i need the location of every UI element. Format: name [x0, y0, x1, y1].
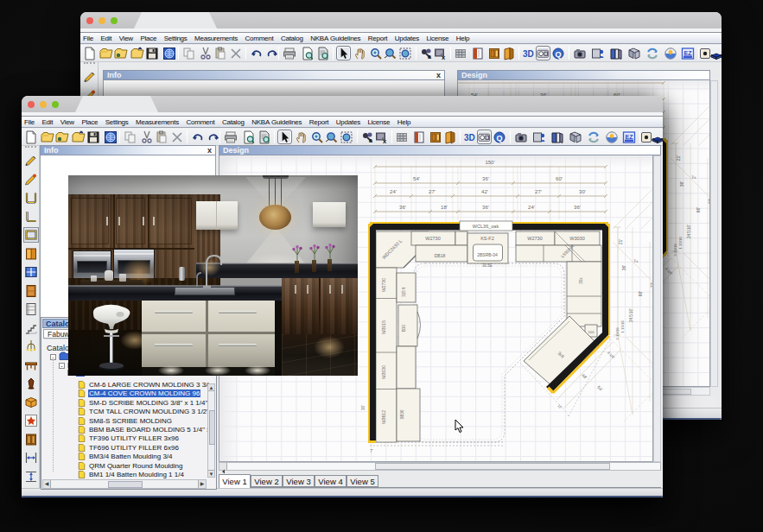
svg-text:DB18: DB18: [435, 253, 446, 258]
svg-text:3D: 3D: [464, 133, 475, 142]
svg-text:30.5E: 30.5E: [482, 263, 493, 268]
svg-text:11': 11': [556, 403, 563, 410]
svg-text:2BSRB-04: 2BSRB-04: [477, 252, 498, 257]
svg-text:KS-F2: KS-F2: [480, 236, 494, 241]
svg-text:18': 18': [441, 205, 448, 210]
svg-text:Q: Q: [555, 49, 561, 58]
svg-text:36': 36': [399, 205, 406, 210]
svg-text:27': 27': [535, 189, 542, 194]
svg-text:x: x: [383, 136, 387, 144]
svg-text:60': 60': [556, 176, 563, 181]
svg-text:W3030: W3030: [569, 236, 584, 241]
svg-text:24': 24': [528, 205, 535, 210]
svg-text:150': 150': [485, 160, 494, 165]
svg-text:W3030: W3030: [381, 365, 386, 379]
svg-text:21': 21': [676, 155, 681, 162]
svg-text:3D: 3D: [523, 49, 534, 59]
svg-text:30': 30': [579, 189, 586, 194]
svg-text:B30: B30: [402, 325, 406, 332]
svg-text:W3612: W3612: [381, 410, 386, 424]
svg-text:W3015: W3015: [381, 320, 386, 334]
svg-text:1 15/16': 1 15/16': [678, 236, 683, 249]
svg-text:24 5/16': 24 5/16': [629, 308, 633, 322]
svg-text:Q: Q: [496, 133, 502, 142]
svg-text:21': 21': [618, 239, 623, 245]
svg-text:2': 2': [691, 175, 696, 179]
svg-text:W2730: W2730: [381, 278, 386, 292]
svg-text:9 15/16': 9 15/16': [615, 326, 620, 339]
svg-text:42': 42': [481, 189, 488, 194]
svg-text:WCL36_oak: WCL36_oak: [473, 224, 499, 229]
svg-text:24': 24': [390, 189, 397, 194]
svg-text:150': 150': [543, 80, 552, 81]
svg-text:2': 2': [633, 259, 639, 263]
svg-text:54': 54': [596, 384, 604, 392]
svg-text:SB36: SB36: [400, 409, 404, 420]
svg-text:315 ft: 315 ft: [402, 287, 406, 297]
svg-text:54': 54': [413, 176, 420, 181]
svg-text:EZ: EZ: [625, 133, 633, 139]
svg-text:36': 36': [574, 205, 581, 210]
svg-text:30x: 30x: [579, 277, 583, 284]
svg-text:1 15/16': 1 15/16': [620, 320, 625, 332]
svg-text:36': 36': [482, 205, 489, 210]
svg-text:36': 36': [482, 176, 489, 181]
svg-text:24 5/16': 24 5/16': [687, 225, 691, 238]
svg-text:36': 36': [361, 405, 366, 410]
svg-text:66': 66': [696, 207, 701, 213]
svg-text:W2730: W2730: [425, 236, 440, 241]
svg-text:9 15/16': 9 15/16': [673, 243, 677, 256]
svg-text:7': 7': [370, 449, 373, 453]
svg-text:36': 36': [679, 181, 684, 187]
svg-text:66': 66': [638, 291, 643, 297]
svg-text:a: a: [428, 54, 431, 60]
svg-text:W2730: W2730: [527, 236, 542, 241]
svg-text:36': 36': [621, 265, 626, 271]
svg-text:x: x: [442, 53, 446, 60]
svg-text:a: a: [369, 137, 372, 143]
svg-text:27': 27': [429, 189, 436, 194]
svg-text:100: 100: [588, 330, 595, 334]
svg-text:EZ: EZ: [684, 49, 692, 55]
